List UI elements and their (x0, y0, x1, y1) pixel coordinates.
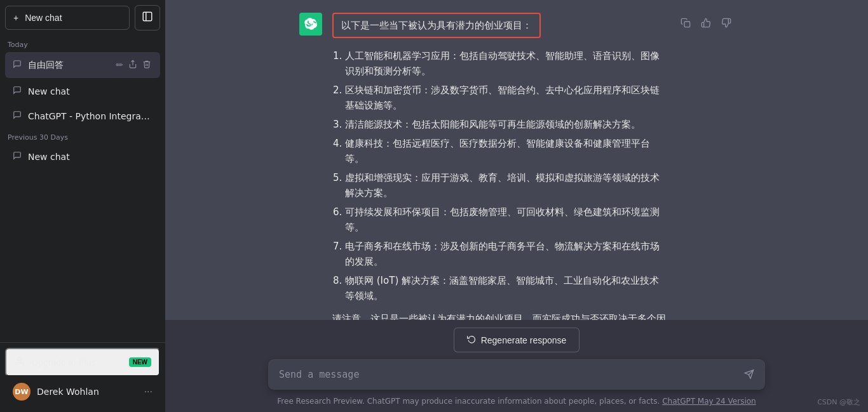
thumbdown-button[interactable] (719, 15, 734, 33)
message-inner: 以下是一些当下被认为具有潜力的创业项目： 人工智能和机器学习应用：包括自动驾驶技… (269, 13, 764, 320)
chat-icon-3 (13, 151, 22, 162)
message-highlight-header: 以下是一些当下被认为具有潜力的创业项目： (332, 13, 541, 38)
delete-icon[interactable] (141, 58, 153, 72)
sidebar-item-newchat-prev[interactable]: New chat (5, 145, 160, 168)
sidebar-item-label-2: ChatGPT - Python Integration (28, 111, 153, 121)
thumbup-button[interactable] (698, 15, 714, 33)
sidebar-item-newchat-today[interactable]: New chat (5, 79, 160, 103)
today-label: Today (0, 36, 165, 51)
input-area (269, 360, 764, 392)
list-item-0: 人工智能和机器学习应用：包括自动驾驶技术、智能助理、语音识别、图像识别和预测分析… (345, 48, 668, 79)
edit-icon[interactable]: ✏ (114, 58, 125, 72)
chat-icon-2 (13, 110, 22, 121)
chat-area: 以下是一些当下被认为具有潜力的创业项目： 人工智能和机器学习应用：包括自动驾驶技… (165, 0, 868, 320)
share-icon[interactable] (127, 58, 139, 72)
sidebar: + New chat Today 自由回答 ✏ (0, 0, 165, 412)
user-name: Derek Wohlan (37, 387, 138, 397)
previous-label: Previous 30 Days (0, 128, 165, 144)
upgrade-label: Upgrade to Plus (32, 357, 95, 368)
more-icon[interactable]: ··· (144, 387, 153, 397)
list-item-5: 可持续发展和环保项目：包括废物管理、可回收材料、绿色建筑和环境监测等。 (345, 204, 668, 235)
sidebar-item-chatgpt-python[interactable]: ChatGPT - Python Integration (5, 104, 160, 128)
regenerate-button[interactable]: Regenerate response (454, 328, 580, 352)
new-chat-button[interactable]: + New chat (5, 6, 130, 30)
message-actions (678, 13, 734, 33)
regen-icon (467, 335, 476, 345)
list-item-4: 虚拟和增强现实：应用于游戏、教育、培训、模拟和虚拟旅游等领域的技术解决方案。 (345, 170, 668, 201)
sidebar-item-label-3: New chat (28, 152, 153, 162)
chat-icon-0 (13, 60, 22, 70)
list-item-6: 电子商务和在线市场：涉及创新的电子商务平台、物流解决方案和在线市场的发展。 (345, 239, 668, 269)
list-item-7: 物联网 (IoT) 解决方案：涵盖智能家居、智能城市、工业自动化和农业技术等领域… (345, 273, 668, 303)
sidebar-collapse-icon (142, 11, 153, 25)
main-area: 以下是一些当下被认为具有潜力的创业项目： 人工智能和机器学习应用：包括自动驾驶技… (165, 0, 868, 412)
user-item[interactable]: DW Derek Wohlan ··· (5, 376, 160, 407)
plus-icon: + (13, 13, 18, 23)
message-list: 人工智能和机器学习应用：包括自动驾驶技术、智能助理、语音识别、图像识别和预测分析… (332, 48, 668, 303)
disclaimer-text: Free Research Preview. ChatGPT may produ… (277, 397, 660, 406)
regen-label: Regenerate response (481, 335, 567, 345)
svg-point-3 (18, 357, 22, 361)
chat-input[interactable] (269, 360, 764, 389)
disclaimer: Free Research Preview. ChatGPT may produ… (277, 397, 756, 412)
chat-icon-1 (13, 86, 22, 96)
assistant-message-content: 以下是一些当下被认为具有潜力的创业项目： 人工智能和机器学习应用：包括自动驾驶技… (332, 13, 668, 320)
gpt-avatar (299, 13, 322, 36)
list-item-1: 区块链和加密货币：涉及数字货币、智能合约、去中心化应用程序和区块链基础设施等。 (345, 83, 668, 113)
list-item-2: 清洁能源技术：包括太阳能和风能等可再生能源领域的创新解决方案。 (345, 117, 668, 132)
upgrade-button[interactable]: Upgrade to Plus NEW (5, 348, 160, 376)
avatar: DW (13, 383, 31, 401)
footer-note: 请注意，这只是一些被认为有潜力的创业项目，而实际成功与否还取决于多个因素，包括市… (332, 311, 668, 320)
sidebar-item-ziyou[interactable]: 自由回答 ✏ (5, 52, 160, 78)
sidebar-item-label-1: New chat (28, 86, 153, 96)
watermark: CSDN @敬之 (817, 397, 860, 407)
sidebar-collapse-button[interactable] (135, 5, 160, 30)
sidebar-bottom: Upgrade to Plus NEW DW Derek Wohlan ··· (0, 342, 165, 412)
sidebar-top: + New chat (0, 0, 165, 36)
copy-button[interactable] (678, 15, 693, 33)
assistant-message-block: 以下是一些当下被认为具有潜力的创业项目： 人工智能和机器学习应用：包括自动驾驶技… (165, 0, 868, 320)
new-chat-label: New chat (25, 13, 62, 23)
bottom-bar: Regenerate response Free Research Previe… (165, 320, 868, 412)
new-badge: NEW (129, 357, 151, 367)
list-item-3: 健康科技：包括远程医疗、医疗数据分析、智能健康设备和健康管理平台等。 (345, 136, 668, 166)
user-icon (14, 356, 25, 369)
send-button[interactable] (742, 367, 757, 385)
sidebar-item-label-0: 自由回答 (28, 60, 108, 71)
disclaimer-link[interactable]: ChatGPT May 24 Version (662, 397, 756, 406)
svg-rect-0 (143, 12, 152, 21)
svg-rect-4 (684, 22, 690, 27)
item-actions-0: ✏ (114, 58, 153, 72)
